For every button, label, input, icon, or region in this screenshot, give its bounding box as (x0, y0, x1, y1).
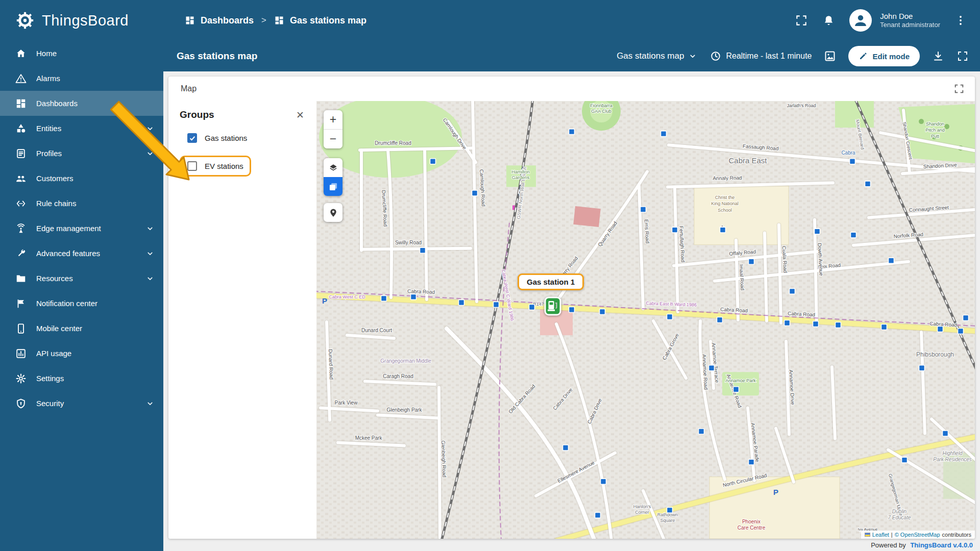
map-entity-marker[interactable] (420, 247, 426, 253)
map-entity-marker[interactable] (381, 295, 387, 301)
map-entity-marker[interactable] (595, 512, 601, 518)
map-entity-marker[interactable] (600, 309, 605, 314)
sidebar-item-notification-center[interactable]: Notification center (0, 291, 163, 316)
map-entity-marker[interactable] (472, 190, 478, 196)
map-entity-marker[interactable] (963, 315, 969, 320)
sidebar-item-label: Dashboards (36, 99, 78, 108)
group-row-ev-stations[interactable]: EV stations (180, 156, 251, 177)
locate-button[interactable] (324, 203, 342, 222)
map-entity-marker[interactable] (815, 229, 820, 234)
sidebar: HomeAlarmsDashboardsEntitiesProfilesCust… (0, 41, 163, 551)
edit-mode-button[interactable]: Edit mode (848, 46, 920, 66)
map-type-button[interactable] (324, 177, 342, 196)
map-entity-marker[interactable] (902, 457, 908, 463)
map-entity-marker[interactable] (430, 159, 436, 164)
map-entity-marker[interactable] (749, 259, 754, 264)
zoom-controls: + − (324, 110, 342, 148)
kebab-menu-button[interactable] (954, 14, 967, 27)
map-entity-marker[interactable] (569, 307, 575, 312)
sidebar-item-home[interactable]: Home (0, 41, 163, 66)
map-entity-marker[interactable] (889, 258, 894, 263)
close-groups-button[interactable]: ✕ (296, 110, 304, 120)
expand-dashboard-button[interactable] (957, 50, 969, 62)
app-logo[interactable]: ThingsBoard (0, 11, 163, 30)
leaflet-link[interactable]: Leaflet (872, 532, 889, 538)
map-entity-marker[interactable] (641, 207, 646, 212)
map-label: Drumcliffe Road (375, 140, 411, 146)
map-entity-marker[interactable] (865, 181, 871, 187)
map-entity-marker[interactable] (699, 429, 704, 434)
sidebar-item-advanced-features[interactable]: Advanced features (0, 241, 163, 266)
sidebar-item-api-usage[interactable]: API usage (0, 341, 163, 366)
map-entity-marker[interactable] (411, 294, 416, 299)
breadcrumb-current[interactable]: Gas stations map (290, 15, 366, 26)
marker-tooltip[interactable]: Gas station 1 (518, 273, 584, 290)
map-entity-marker[interactable] (601, 479, 606, 484)
sidebar-item-security[interactable]: Security (0, 391, 163, 416)
map-entity-marker[interactable] (938, 327, 943, 332)
sidebar-item-label: API usage (36, 349, 71, 358)
ev-stations-checkbox[interactable] (187, 161, 197, 171)
groups-panel: Groups ✕ Gas stations EV stations (168, 101, 316, 539)
map-entity-marker[interactable] (717, 317, 723, 322)
map-layers-button[interactable] (324, 158, 342, 177)
breadcrumb-dashboards[interactable]: Dashboards (201, 15, 254, 26)
mobile-icon (15, 323, 27, 334)
gas-station-marker[interactable] (544, 296, 561, 318)
map-entity-marker[interactable] (790, 288, 795, 294)
sidebar-item-settings[interactable]: Settings (0, 366, 163, 391)
sidebar-item-profiles[interactable]: Profiles (0, 141, 163, 166)
map-entity-marker[interactable] (709, 365, 715, 371)
download-button[interactable] (932, 50, 944, 62)
sidebar-item-entities[interactable]: Entities (0, 116, 163, 141)
timewindow-button[interactable]: Realtime - last 1 minute (710, 51, 812, 62)
zoom-out-button[interactable]: − (324, 130, 342, 148)
map-entity-marker[interactable] (667, 507, 673, 513)
dashboard-state-select[interactable]: Gas stations map (617, 51, 698, 61)
map-entity-marker[interactable] (958, 329, 964, 334)
map-entity-marker[interactable] (569, 129, 575, 135)
sidebar-item-rule-chains[interactable]: Rule chains (0, 191, 163, 216)
map-entity-marker[interactable] (881, 324, 887, 330)
avatar[interactable] (849, 9, 872, 32)
map-entity-marker[interactable] (672, 227, 678, 233)
sidebar-item-resources[interactable]: Resources (0, 266, 163, 291)
map-entity-marker[interactable] (667, 314, 673, 319)
group-label: Gas stations (205, 134, 247, 142)
map[interactable]: Drumcliffe RoadDrumcliffe RoadSwilly Roa… (316, 101, 975, 539)
map-entity-marker[interactable] (813, 321, 819, 327)
breadcrumb-separator: > (261, 15, 266, 26)
api-icon (15, 348, 27, 359)
map-entity-marker[interactable] (850, 159, 855, 164)
sidebar-item-alarms[interactable]: Alarms (0, 66, 163, 91)
breadcrumb: Dashboards > Gas stations map (185, 15, 366, 26)
map-entity-marker[interactable] (661, 131, 667, 137)
sidebar-item-customers[interactable]: Customers (0, 166, 163, 191)
sidebar-item-edge-management[interactable]: Edge management (0, 216, 163, 241)
version-link[interactable]: ThingsBoard v.4.0.0 (910, 541, 973, 549)
map-entity-marker[interactable] (459, 299, 464, 305)
sidebar-item-mobile-center[interactable]: Mobile center (0, 316, 163, 341)
map-entity-marker[interactable] (919, 365, 925, 371)
notifications-bell-button[interactable] (822, 14, 835, 27)
map-entity-marker[interactable] (720, 227, 726, 233)
gas-stations-checkbox[interactable] (187, 133, 197, 143)
map-entity-marker[interactable] (836, 322, 841, 328)
map-entity-marker[interactable] (943, 431, 948, 436)
map-entity-marker[interactable] (529, 304, 535, 310)
map-entity-marker[interactable] (749, 459, 754, 465)
map-label: Hanlon's (633, 504, 651, 509)
user-info[interactable]: John Doe Tenant administrator (880, 12, 940, 30)
zoom-in-button[interactable]: + (324, 110, 342, 129)
osm-link[interactable]: © OpenStreetMap (895, 532, 940, 538)
map-entity-marker[interactable] (851, 232, 856, 238)
map-entity-marker[interactable] (733, 387, 739, 392)
image-export-button[interactable] (824, 50, 836, 62)
group-row-gas-stations[interactable]: Gas stations (180, 128, 255, 148)
widget-fullscreen-button[interactable] (953, 83, 965, 94)
map-entity-marker[interactable] (785, 320, 790, 326)
map-entity-marker[interactable] (563, 445, 569, 450)
sidebar-item-dashboards[interactable]: Dashboards (0, 91, 163, 116)
map-entity-marker[interactable] (494, 302, 499, 307)
fullscreen-button[interactable] (795, 14, 808, 27)
